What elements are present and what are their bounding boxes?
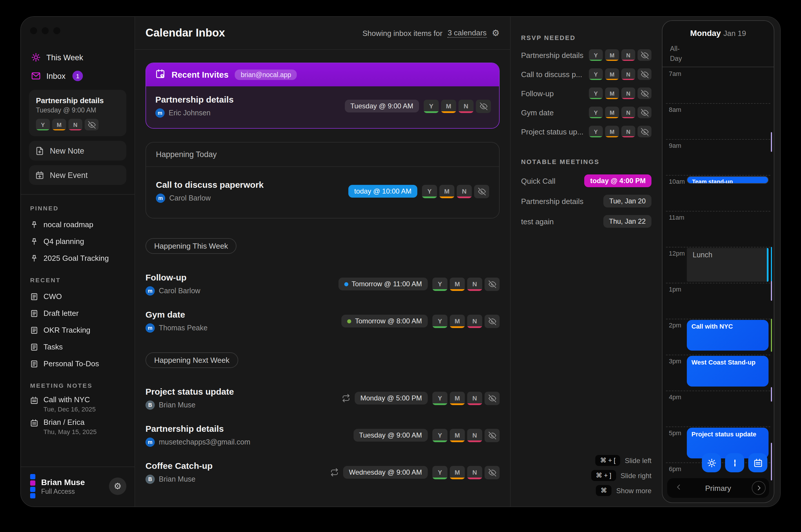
rsvp-maybe-button[interactable]: M [605,107,619,118]
avatar: m [156,193,165,203]
rsvp-maybe-button[interactable]: M [605,49,619,61]
rsvp-no-button[interactable]: N [467,315,482,328]
zoom-button[interactable] [53,27,60,34]
hide-event-button[interactable] [484,466,500,479]
rsvp-yes-button[interactable]: Y [432,277,447,291]
rsvp-yes-button[interactable]: Y [589,126,603,137]
hour-grid: 7am8am9am10am11am12pm1pm2pm3pm4pm5pm6pmT… [663,67,774,498]
hide-event-button[interactable] [637,126,651,137]
minimize-button[interactable] [42,27,49,34]
hide-event-button[interactable] [84,119,98,130]
rsvp-yes-button[interactable]: Y [422,185,437,198]
calendar-event[interactable]: West Coast Stand-up [687,356,768,386]
settings-button[interactable]: ⚙ [109,477,126,495]
inbox-event-row[interactable]: Partnership detailsmEric JohnsenTuesday … [155,94,491,118]
meeting-note-item[interactable]: Brian / EricaThu, May 15, 2025 [29,416,126,439]
hour-gridline [666,391,770,391]
rsvp-no-button[interactable]: N [458,99,474,113]
inbox-event-row[interactable]: Call to discuss paperworkmCarol Barlowto… [156,179,489,203]
calendar-event[interactable]: Team stand-up [687,176,768,184]
sidebar-note-item[interactable]: Tasks [29,339,126,355]
sidebar-note-item[interactable]: CWO [29,288,126,305]
new-event-button[interactable]: New Event [29,165,126,185]
rsvp-no-button[interactable]: N [621,69,635,80]
rsvp-maybe-button[interactable]: M [450,466,465,479]
next-calendar-button[interactable] [752,481,766,495]
sidebar-note-item[interactable]: OKR Tracking [29,322,126,339]
hide-event-button[interactable] [474,185,489,198]
hide-event-button[interactable] [484,429,500,442]
rsvp-maybe-button[interactable]: M [605,69,619,80]
inbox-event-row[interactable]: Follow-upmCarol BarlowTomorrow @ 11:00 A… [146,272,500,296]
rsvp-no-button[interactable]: N [467,392,482,405]
hide-event-button[interactable] [637,88,651,99]
recent-invites-header: Recent Invites brian@nocal.app [146,63,499,87]
weather-action-button[interactable] [702,453,721,472]
inbox-event-row[interactable]: Project status updateBBrian MuseMonday @… [146,386,500,410]
doc-icon [30,326,38,334]
inbox-event-row[interactable]: Partnership detailsmmusetechapps3@gmail.… [146,424,500,447]
sidebar-item-this-week[interactable]: This Week [29,48,126,66]
rsvp-maybe-button[interactable]: M [450,315,465,328]
inbox-settings-gear-icon[interactable]: ⚙ [492,28,500,38]
rsvp-yes-letter: Y [438,469,442,476]
more-action-button[interactable] [725,453,744,472]
rsvp-yes-button[interactable]: Y [432,466,447,479]
rsvp-event-label: Project status up... [521,127,583,136]
calendar-action-button[interactable] [748,453,767,472]
sidebar-note-item[interactable]: Personal To-Dos [29,355,126,372]
hide-event-button[interactable] [637,107,651,118]
calendar-event[interactable]: Lunch [687,248,768,282]
sidebar-note-item[interactable]: Draft letter [29,305,126,322]
rsvp-yes-button[interactable]: Y [424,99,439,113]
inbox-event-row[interactable]: Coffee Catch-upBBrian MuseWednesday @ 9:… [146,461,500,484]
rsvp-no-button[interactable]: N [621,126,635,137]
inbox-event-row[interactable]: Gym datemThomas PeakeTomorrow @ 8:00 AMY… [146,309,500,332]
new-note-button[interactable]: New Note [29,141,126,160]
rsvp-maybe-button[interactable]: M [450,392,465,405]
avatar: m [146,438,155,447]
meeting-note-title: Brian / Erica [43,418,96,426]
hide-event-button[interactable] [484,277,500,291]
rsvp-maybe-button[interactable]: M [439,185,454,198]
rsvp-yes-button[interactable]: Y [432,315,447,328]
sidebar-note-item[interactable]: Q4 planning [29,233,126,250]
rsvp-no-button[interactable]: N [467,277,482,291]
hide-event-button[interactable] [637,49,651,61]
rsvp-maybe-button[interactable]: M [450,277,465,291]
sidebar-item-inbox[interactable]: Inbox1 [29,66,126,85]
sidebar-note-item[interactable]: 2025 Goal Tracking [29,250,126,267]
calendars-link[interactable]: 3 calendars [448,28,487,38]
rsvp-maybe-button[interactable]: M [605,88,619,99]
hide-event-button[interactable] [637,69,651,80]
hide-event-button[interactable] [484,315,500,328]
rsvp-no-button[interactable]: N [621,107,635,118]
rsvp-maybe-button[interactable]: M [605,126,619,137]
rsvp-yes-button[interactable]: Y [432,392,447,405]
inbox-preview-card[interactable]: Partnership details Tuesday @ 9:00 AM YM… [29,90,126,136]
rsvp-maybe-button[interactable]: M [450,429,465,442]
rsvp-yes-button[interactable]: Y [36,119,50,130]
rsvp-no-button[interactable]: N [467,466,482,479]
rsvp-yes-button[interactable]: Y [589,107,603,118]
previous-calendar-button[interactable] [675,483,683,493]
rsvp-no-button[interactable]: N [457,185,472,198]
rsvp-no-button[interactable]: N [621,49,635,61]
hide-event-button[interactable] [476,99,491,113]
rsvp-maybe-letter: M [610,52,615,58]
rsvp-yes-button[interactable]: Y [432,429,447,442]
rsvp-yes-button[interactable]: Y [589,88,603,99]
meeting-note-item[interactable]: Call with NYCTue, Dec 16, 2025 [29,394,126,416]
sidebar-note-item[interactable]: nocal roadmap [29,216,126,233]
rsvp-no-button[interactable]: N [621,88,635,99]
rsvp-yes-button[interactable]: Y [589,49,603,61]
rsvp-maybe-button[interactable]: M [441,99,456,113]
calendar-event[interactable]: Call with NYC [687,320,768,350]
rsvp-yes-button[interactable]: Y [589,69,603,80]
rsvp-no-button[interactable]: N [467,429,482,442]
close-button[interactable] [30,27,37,34]
rsvp-maybe-button[interactable]: M [52,119,66,130]
rsvp-no-button[interactable]: N [69,119,82,130]
hide-event-button[interactable] [484,392,500,405]
user-name: Brian Muse [41,477,85,487]
